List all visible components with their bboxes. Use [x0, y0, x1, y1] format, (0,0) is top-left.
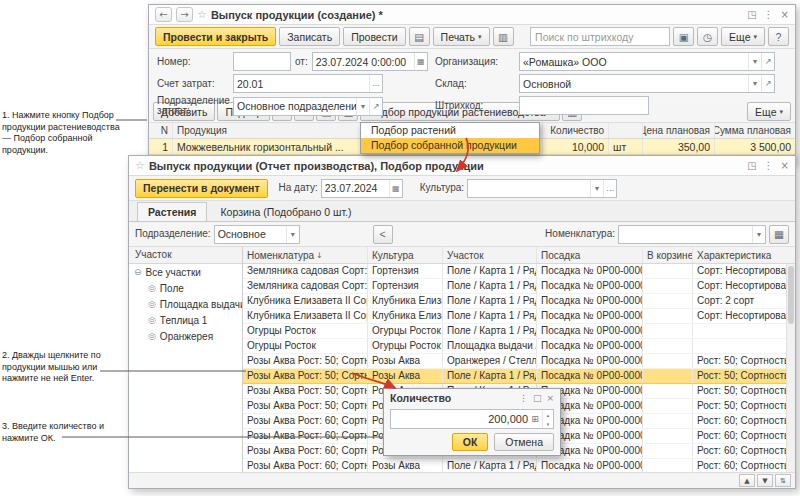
open-icon[interactable]: ↗ — [761, 53, 774, 70]
nomenclature-search-field[interactable]: ▾ — [618, 225, 766, 244]
calculator-icon[interactable]: ⊞ — [528, 414, 542, 424]
tree-item[interactable]: ◎ Оранжерея — [129, 328, 242, 344]
column-header-plot[interactable]: Участок — [443, 247, 537, 263]
get-link-icon[interactable]: ◳ — [747, 160, 756, 171]
more-button[interactable]: Еще ▾ — [721, 27, 765, 46]
scroll-ends-icon[interactable]: ⇅ — [775, 474, 791, 487]
menu-item-pick-harvested-products[interactable]: Подбор собранной продукции — [361, 138, 539, 153]
column-header-n[interactable]: N — [149, 123, 173, 138]
quantity-stepper[interactable]: ▴ ▾ — [542, 410, 553, 428]
favorite-star-icon[interactable]: ☆ — [135, 159, 145, 172]
more-icon[interactable]: ⋮ — [764, 9, 774, 20]
back-button[interactable]: ← — [155, 7, 172, 22]
column-header-culture[interactable]: Культура — [368, 247, 443, 263]
menu-item-pick-plants[interactable]: Подбор растений — [361, 123, 539, 138]
more-icon[interactable]: ⋮ — [519, 393, 528, 403]
cell-quantity: 10,000 — [543, 139, 609, 154]
ok-button[interactable]: ОК — [452, 433, 489, 451]
chevron-down-icon[interactable]: ▾ — [748, 75, 761, 92]
table-row[interactable]: Клубника Елизавета II Сорт: Несор... Клу… — [243, 309, 795, 324]
choose-icon[interactable]: … — [603, 180, 616, 197]
chevron-down-icon[interactable]: ▾ — [356, 98, 369, 115]
tab-plants[interactable]: Растения — [137, 202, 207, 221]
label-print-icon[interactable]: ▥ — [493, 27, 514, 46]
warehouse-field[interactable]: Основной ▾ ↗ — [519, 74, 775, 93]
print-button[interactable]: Печать ▾ — [433, 27, 490, 46]
restore-window-icon[interactable]: □ — [533, 393, 542, 403]
department-combo[interactable]: Основное ▾ — [214, 225, 300, 244]
chevron-down-icon[interactable]: ▾ — [752, 226, 765, 243]
scroll-down-icon[interactable]: ▼ — [757, 474, 773, 487]
column-header-planting[interactable]: Посадка — [537, 247, 643, 263]
tree-item[interactable]: ◎ Теплица 1 — [129, 312, 242, 328]
cost-department-field[interactable]: Основное подразделение ▾ ↗ — [233, 97, 383, 116]
close-icon[interactable]: × — [781, 9, 789, 20]
help-button[interactable]: ? — [768, 27, 789, 46]
transfer-to-document-button[interactable]: Перенести в документ — [135, 179, 268, 198]
cost-account-label: Счет затрат: — [157, 79, 229, 89]
table-row[interactable]: Клубника Елизавета II Сорт: 2 сорт Клубн… — [243, 294, 795, 309]
save-button[interactable]: Записать — [279, 27, 340, 46]
quantity-input[interactable]: 200,000 ⊞ ▴ ▾ — [390, 409, 554, 429]
column-header-sum[interactable]: Сумма плановая — [715, 123, 795, 138]
calendar-icon[interactable]: ▦ — [414, 53, 427, 70]
date-input[interactable]: 23.07.2024 0:00:00 ▦ — [312, 52, 428, 71]
column-header-characteristic[interactable]: Характеристика — [693, 247, 795, 263]
view-mode-grid-icon[interactable]: ▦ — [769, 225, 789, 244]
chevron-down-icon[interactable]: ▾ — [286, 226, 299, 243]
tree-item[interactable]: ◎ Поле — [129, 280, 242, 296]
column-header-nomenclature[interactable]: Номенклатура↓ — [243, 247, 368, 263]
number-input[interactable] — [233, 52, 291, 71]
table-row[interactable]: Земляника садовая Сорт: Несорти... Горте… — [243, 279, 795, 294]
tab-basket[interactable]: Корзина (Подобрано 0 шт.) — [209, 202, 362, 221]
cell-plot: Поле / Карта 1 / Ряд 17 — [443, 294, 537, 308]
spin-down-icon[interactable]: ▾ — [543, 419, 553, 428]
post-button[interactable]: Провести — [343, 27, 405, 46]
column-header-quantity[interactable]: Количество — [543, 123, 609, 138]
column-header-price[interactable]: Цена плановая — [643, 123, 715, 138]
table-row[interactable]: Розы Аква Рост: 60; Сортность: С Розы Ак… — [243, 459, 795, 474]
register-barcode-icon[interactable]: ▣ — [673, 27, 694, 46]
on-date-input[interactable]: 23.07.2024 ▦ — [321, 179, 403, 198]
chevron-down-icon[interactable]: ▾ — [748, 53, 761, 70]
column-header-in-basket[interactable]: В корзине — [643, 247, 693, 263]
column-header-unit[interactable] — [609, 123, 643, 138]
table-row[interactable]: Земляника садовая Сорт: Несорти... Горте… — [243, 264, 795, 279]
more-icon[interactable]: ⋮ — [764, 160, 774, 171]
organization-field[interactable]: «Ромашка» ООО ▾ ↗ — [519, 52, 775, 71]
forward-button[interactable]: → — [176, 7, 193, 22]
calendar-icon[interactable]: ▦ — [389, 180, 402, 197]
cost-account-field[interactable]: 20.01 … — [233, 74, 383, 93]
create-based-on-icon[interactable]: ▤ — [409, 27, 430, 46]
table-row[interactable]: Розы Аква Рост: 50; Сортность: НС Розы А… — [243, 354, 795, 369]
table-row[interactable]: Розы Аква Рост: 50; Сортность: НС Розы А… — [243, 369, 795, 384]
cancel-button[interactable]: Отмена — [494, 433, 554, 451]
chevron-down-icon[interactable]: ▾ — [590, 180, 603, 197]
choose-icon[interactable]: … — [369, 75, 382, 92]
get-link-icon[interactable]: ◳ — [747, 9, 756, 20]
cell-plot: Поле / Карта 1 / Ряд 17 — [443, 309, 537, 323]
scroll-up-icon[interactable]: ▲ — [739, 474, 755, 487]
table-row[interactable]: Огурцы Росток Огурцы Росток Поле / Карта… — [243, 324, 795, 339]
cell-nomenclature: Огурцы Росток — [243, 324, 368, 338]
open-icon[interactable]: ↗ — [761, 75, 774, 92]
culture-field[interactable]: ▾ … — [467, 179, 617, 198]
close-icon[interactable]: × — [781, 160, 789, 171]
barcode-search-input[interactable] — [530, 27, 670, 46]
close-icon[interactable]: × — [546, 393, 554, 403]
tree-collapse-icon[interactable]: ⊖ — [134, 267, 142, 277]
vertical-scrollbar[interactable] — [786, 264, 795, 472]
tree-item[interactable]: ◎ Площадка выдачи — [129, 296, 242, 312]
table-row[interactable]: Огурцы Росток Огурцы Росток Площадка выд… — [243, 339, 795, 354]
scrollbar-thumb[interactable] — [788, 266, 794, 324]
open-icon[interactable]: ↗ — [369, 98, 382, 115]
favorite-star-icon[interactable]: ☆ — [197, 8, 207, 21]
column-header-product[interactable]: Продукция — [173, 123, 375, 138]
cell-characteristic: Рост: 60; Сортность: НС — [693, 429, 795, 443]
barcode-input[interactable] — [519, 96, 649, 115]
tree-item-all-plots[interactable]: ⊖ Все участки — [129, 264, 242, 280]
history-icon[interactable]: ◷ — [697, 27, 718, 46]
back-level-button[interactable]: < — [373, 225, 393, 244]
post-and-close-button[interactable]: Провести и закрыть — [155, 27, 276, 46]
spin-up-icon[interactable]: ▴ — [543, 410, 553, 419]
